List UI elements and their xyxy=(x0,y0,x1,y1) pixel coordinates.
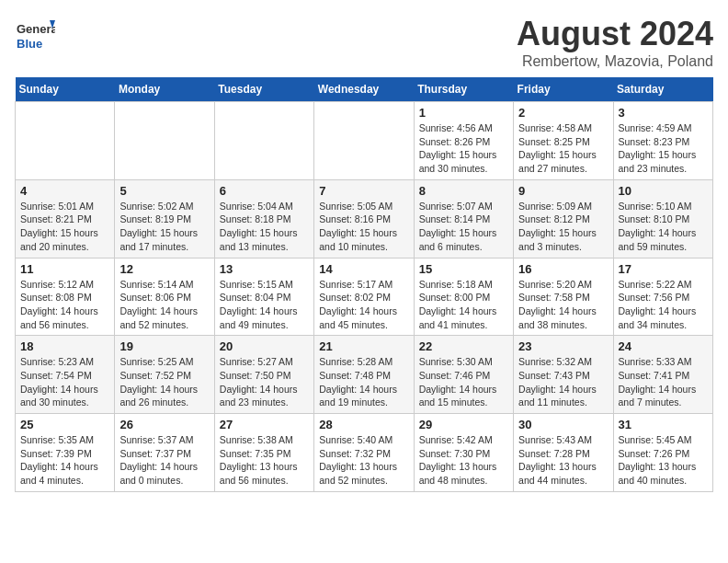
logo-svg: General Blue xyxy=(15,15,55,55)
day-detail: Sunrise: 5:18 AM Sunset: 8:00 PM Dayligh… xyxy=(419,278,508,332)
day-number: 29 xyxy=(419,418,508,431)
day-detail: Sunrise: 5:45 AM Sunset: 7:26 PM Dayligh… xyxy=(619,433,708,488)
calendar-cell xyxy=(16,102,115,180)
calendar-cell xyxy=(314,102,414,180)
calendar-week-4: 18Sunrise: 5:23 AM Sunset: 7:54 PM Dayli… xyxy=(16,336,713,414)
calendar-cell: 10Sunrise: 5:10 AM Sunset: 8:10 PM Dayli… xyxy=(613,179,712,258)
calendar-cell: 12Sunrise: 5:14 AM Sunset: 8:06 PM Dayli… xyxy=(115,258,214,336)
col-saturday: Saturday xyxy=(613,77,712,102)
day-detail: Sunrise: 5:09 AM Sunset: 8:12 PM Dayligh… xyxy=(518,200,608,254)
calendar-cell: 1Sunrise: 4:56 AM Sunset: 8:26 PM Daylig… xyxy=(414,102,513,180)
calendar-week-5: 25Sunrise: 5:35 AM Sunset: 7:39 PM Dayli… xyxy=(16,414,713,492)
calendar-cell: 9Sunrise: 5:09 AM Sunset: 8:12 PM Daylig… xyxy=(514,179,613,258)
calendar-cell: 17Sunrise: 5:22 AM Sunset: 7:56 PM Dayli… xyxy=(613,258,712,336)
day-detail: Sunrise: 5:07 AM Sunset: 8:14 PM Dayligh… xyxy=(419,200,508,254)
day-number: 6 xyxy=(220,184,309,198)
day-detail: Sunrise: 4:59 AM Sunset: 8:23 PM Dayligh… xyxy=(619,121,708,176)
day-detail: Sunrise: 5:14 AM Sunset: 8:06 PM Dayligh… xyxy=(119,278,209,332)
day-detail: Sunrise: 5:32 AM Sunset: 7:43 PM Dayligh… xyxy=(518,355,608,409)
day-detail: Sunrise: 5:02 AM Sunset: 8:19 PM Dayligh… xyxy=(119,200,209,254)
calendar-week-2: 4Sunrise: 5:01 AM Sunset: 8:21 PM Daylig… xyxy=(16,179,713,258)
day-number: 21 xyxy=(319,339,408,353)
day-detail: Sunrise: 4:56 AM Sunset: 8:26 PM Dayligh… xyxy=(419,121,508,176)
col-thursday: Thursday xyxy=(414,77,513,102)
logo-container: General Blue xyxy=(15,15,55,55)
day-number: 11 xyxy=(20,262,109,276)
day-number: 30 xyxy=(518,418,608,431)
day-detail: Sunrise: 5:35 AM Sunset: 7:39 PM Dayligh… xyxy=(20,433,109,488)
page-title: August 2024 xyxy=(517,15,713,53)
logo-icon-wrap: General Blue xyxy=(15,15,55,55)
calendar-cell: 14Sunrise: 5:17 AM Sunset: 8:02 PM Dayli… xyxy=(314,258,414,336)
day-detail: Sunrise: 5:27 AM Sunset: 7:50 PM Dayligh… xyxy=(220,355,309,409)
day-detail: Sunrise: 5:20 AM Sunset: 7:58 PM Dayligh… xyxy=(518,278,608,332)
calendar-cell: 19Sunrise: 5:25 AM Sunset: 7:52 PM Dayli… xyxy=(115,336,214,414)
calendar-week-3: 11Sunrise: 5:12 AM Sunset: 8:08 PM Dayli… xyxy=(16,258,713,336)
page-subtitle: Rembertow, Mazovia, Poland xyxy=(517,53,713,70)
calendar-week-1: 1Sunrise: 4:56 AM Sunset: 8:26 PM Daylig… xyxy=(16,102,713,180)
calendar-cell: 13Sunrise: 5:15 AM Sunset: 8:04 PM Dayli… xyxy=(214,258,313,336)
svg-text:Blue: Blue xyxy=(17,37,42,51)
day-number: 23 xyxy=(518,339,608,353)
day-number: 27 xyxy=(220,418,309,431)
calendar-cell: 25Sunrise: 5:35 AM Sunset: 7:39 PM Dayli… xyxy=(16,414,115,492)
day-number: 8 xyxy=(419,184,508,198)
col-monday: Monday xyxy=(115,77,214,102)
calendar-cell xyxy=(115,102,214,180)
day-detail: Sunrise: 5:22 AM Sunset: 7:56 PM Dayligh… xyxy=(619,278,708,332)
calendar-cell: 26Sunrise: 5:37 AM Sunset: 7:37 PM Dayli… xyxy=(115,414,214,492)
calendar-cell: 24Sunrise: 5:33 AM Sunset: 7:41 PM Dayli… xyxy=(613,336,712,414)
day-number: 24 xyxy=(619,339,708,353)
day-number: 18 xyxy=(20,339,109,353)
logo: General Blue xyxy=(15,15,55,55)
col-tuesday: Tuesday xyxy=(214,77,313,102)
day-detail: Sunrise: 5:17 AM Sunset: 8:02 PM Dayligh… xyxy=(319,278,408,332)
calendar-cell: 30Sunrise: 5:43 AM Sunset: 7:28 PM Dayli… xyxy=(514,414,613,492)
calendar-cell: 7Sunrise: 5:05 AM Sunset: 8:16 PM Daylig… xyxy=(314,179,414,258)
calendar-cell: 27Sunrise: 5:38 AM Sunset: 7:35 PM Dayli… xyxy=(214,414,313,492)
calendar-cell xyxy=(214,102,313,180)
day-detail: Sunrise: 5:12 AM Sunset: 8:08 PM Dayligh… xyxy=(20,278,109,332)
day-number: 1 xyxy=(419,106,508,120)
calendar-cell: 4Sunrise: 5:01 AM Sunset: 8:21 PM Daylig… xyxy=(16,179,115,258)
day-detail: Sunrise: 5:04 AM Sunset: 8:18 PM Dayligh… xyxy=(220,200,309,254)
svg-text:General: General xyxy=(17,22,55,36)
col-sunday: Sunday xyxy=(16,77,115,102)
title-area: August 2024 Rembertow, Mazovia, Poland xyxy=(517,15,713,70)
day-number: 13 xyxy=(220,262,309,276)
calendar-cell: 18Sunrise: 5:23 AM Sunset: 7:54 PM Dayli… xyxy=(16,336,115,414)
day-number: 26 xyxy=(119,418,209,431)
day-number: 20 xyxy=(220,339,309,353)
calendar-cell: 11Sunrise: 5:12 AM Sunset: 8:08 PM Dayli… xyxy=(16,258,115,336)
day-detail: Sunrise: 5:25 AM Sunset: 7:52 PM Dayligh… xyxy=(119,355,209,409)
day-detail: Sunrise: 5:42 AM Sunset: 7:30 PM Dayligh… xyxy=(419,433,508,488)
day-detail: Sunrise: 5:28 AM Sunset: 7:48 PM Dayligh… xyxy=(319,355,408,409)
day-number: 5 xyxy=(119,184,209,198)
day-detail: Sunrise: 5:30 AM Sunset: 7:46 PM Dayligh… xyxy=(419,355,508,409)
calendar-body: 1Sunrise: 4:56 AM Sunset: 8:26 PM Daylig… xyxy=(16,102,713,492)
calendar-cell: 8Sunrise: 5:07 AM Sunset: 8:14 PM Daylig… xyxy=(414,179,513,258)
calendar-cell: 23Sunrise: 5:32 AM Sunset: 7:43 PM Dayli… xyxy=(514,336,613,414)
calendar-cell: 2Sunrise: 4:58 AM Sunset: 8:25 PM Daylig… xyxy=(514,102,613,180)
col-friday: Friday xyxy=(514,77,613,102)
day-number: 2 xyxy=(518,106,608,120)
calendar-cell: 22Sunrise: 5:30 AM Sunset: 7:46 PM Dayli… xyxy=(414,336,513,414)
calendar-cell: 28Sunrise: 5:40 AM Sunset: 7:32 PM Dayli… xyxy=(314,414,414,492)
day-detail: Sunrise: 5:01 AM Sunset: 8:21 PM Dayligh… xyxy=(20,200,109,254)
calendar-cell: 3Sunrise: 4:59 AM Sunset: 8:23 PM Daylig… xyxy=(613,102,712,180)
day-detail: Sunrise: 5:40 AM Sunset: 7:32 PM Dayligh… xyxy=(319,433,408,488)
day-number: 7 xyxy=(319,184,408,198)
calendar-cell: 15Sunrise: 5:18 AM Sunset: 8:00 PM Dayli… xyxy=(414,258,513,336)
day-number: 31 xyxy=(619,418,708,431)
day-number: 9 xyxy=(518,184,608,198)
day-detail: Sunrise: 5:10 AM Sunset: 8:10 PM Dayligh… xyxy=(619,200,708,254)
day-number: 4 xyxy=(20,184,109,198)
day-detail: Sunrise: 5:38 AM Sunset: 7:35 PM Dayligh… xyxy=(220,433,309,488)
day-number: 22 xyxy=(419,339,508,353)
day-number: 10 xyxy=(619,184,708,198)
calendar-table: Sunday Monday Tuesday Wednesday Thursday… xyxy=(15,77,713,492)
header: General Blue August 2024 Rembertow, Mazo… xyxy=(15,15,713,70)
day-number: 25 xyxy=(20,418,109,431)
calendar-cell: 5Sunrise: 5:02 AM Sunset: 8:19 PM Daylig… xyxy=(115,179,214,258)
day-number: 16 xyxy=(518,262,608,276)
